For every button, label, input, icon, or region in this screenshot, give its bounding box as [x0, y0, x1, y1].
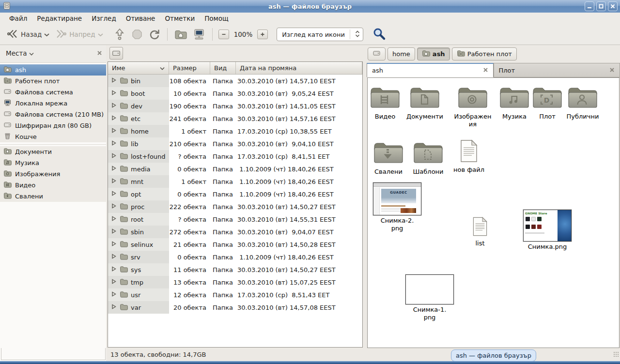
sidebar-item--[interactable]: Видео [0, 180, 106, 191]
menu-5[interactable]: Помощ [200, 13, 233, 24]
up-button[interactable] [111, 26, 128, 43]
back-button[interactable]: Назад [4, 27, 52, 43]
menu-0[interactable]: Файл [5, 13, 31, 24]
expander-icon[interactable] [111, 178, 117, 185]
column-header-2[interactable]: Вид [210, 62, 236, 74]
sidebar-item--[interactable]: Кошче [0, 131, 106, 142]
sidebar-item--210-mb-[interactable]: Файлова система (210 MB) [0, 109, 106, 120]
table-row-lib[interactable]: lib210 обектаПапка30.03.2010 (вт) 9,04,1… [108, 137, 362, 150]
column-header-1[interactable]: Размер [169, 62, 210, 74]
home-button[interactable] [171, 27, 190, 42]
menu-1[interactable]: Редактиране [32, 13, 86, 24]
tab-close-icon[interactable] [483, 67, 488, 74]
expander-icon[interactable] [111, 90, 117, 97]
expander-icon[interactable] [111, 102, 117, 110]
stop-button[interactable] [128, 27, 146, 42]
path-button--[interactable]: Работен плот [452, 47, 517, 61]
path-button-root[interactable] [368, 47, 386, 61]
expander-icon[interactable] [111, 203, 117, 211]
forward-dropdown-icon[interactable] [98, 31, 103, 38]
table-row-mnt[interactable]: mnt1 обектПапка 1.10.2009 (чт) 18,40,26 … [108, 175, 362, 188]
menu-4[interactable]: Отметки [160, 13, 199, 24]
icon-view[interactable]: ВидеоДокументиИзображенияМузикаDПлотПубл… [367, 77, 620, 348]
table-row-selinux[interactable]: selinux21 обектаПапка30.03.2010 (вт) 14,… [108, 238, 362, 251]
table-row-lost+found[interactable]: lost+found? обектаПапка17.03.2010 (ср) 8… [108, 150, 362, 163]
sidebar-item--[interactable]: Работен плот [0, 76, 106, 87]
table-row-dev[interactable]: dev190 обектаПапка30.03.2010 (вт) 14,51,… [108, 100, 362, 112]
icon-item-снимка-1.png[interactable]: Снимка-1.png [404, 274, 455, 321]
sidebar-item--80-gb-[interactable]: Шифриран дял (80 GB) [0, 120, 106, 131]
tab-плот[interactable]: Плот [494, 63, 620, 77]
icon-item-list[interactable]: list [455, 216, 505, 247]
reload-button[interactable] [146, 27, 163, 42]
back-dropdown-icon[interactable] [44, 31, 49, 38]
table-row-root[interactable]: root? обектаПапка30.03.2010 (вт) 14,55,3… [108, 213, 362, 226]
icon-item-снимка.png[interactable]: GNOME StoreСнимка.png [522, 210, 573, 251]
expander-icon[interactable] [111, 115, 117, 122]
sidebar-item--[interactable]: Локална мрежа [0, 98, 106, 109]
expander-icon[interactable] [111, 140, 117, 148]
resize-grip[interactable] [613, 351, 619, 357]
computer-button[interactable] [190, 27, 208, 42]
view-mode-select[interactable]: Изглед като икони [277, 28, 363, 41]
sidebar-close-icon[interactable] [97, 50, 102, 57]
table-row-bin[interactable]: bin108 обектаПапка30.03.2010 (вт) 14,57,… [108, 75, 362, 87]
expander-icon[interactable] [111, 152, 117, 160]
tab-ash[interactable]: ash [367, 63, 494, 77]
expander-icon[interactable] [111, 253, 117, 261]
expander-icon[interactable] [111, 190, 117, 198]
table-row-etc[interactable]: etc241 обектаПапка30.03.2010 (вт) 14,57,… [108, 112, 362, 125]
sidebar-title[interactable]: Места [6, 49, 27, 57]
table-row-proc[interactable]: proc222 обектаПапка30.03.2010 (вт) 14,50… [108, 200, 362, 213]
table-row-media[interactable]: media0 обектаПапка 1.10.2009 (чт) 18,40,… [108, 163, 362, 175]
sidebar-item--[interactable]: Изображения [0, 168, 106, 180]
icon-item-публични[interactable]: Публични [558, 85, 608, 121]
expander-icon[interactable] [111, 291, 117, 299]
expander-icon[interactable] [111, 127, 117, 135]
zoom-out-button[interactable] [218, 30, 229, 39]
table-row-srv[interactable]: srv0 обектаПапка 1.10.2009 (чт) 18,40,26… [108, 251, 362, 263]
expander-icon[interactable] [111, 165, 117, 173]
expander-icon[interactable] [111, 77, 117, 85]
path-button-ash[interactable]: ash [417, 47, 450, 61]
table-row-home[interactable]: home1 обектПапка17.03.2010 (ср) 10,38,55… [108, 125, 362, 137]
icon-item-снимка-2.png[interactable]: GUADECСнимка-2.png [372, 182, 422, 232]
path-button-home[interactable]: home [388, 47, 415, 61]
icon-item-нов-файл[interactable]: нов файл [444, 139, 494, 174]
sidebar-item-ash[interactable]: ash [0, 64, 106, 76]
zoom-in-button[interactable] [257, 30, 268, 39]
icon-label-line: Изображен [454, 113, 491, 121]
table-row-boot[interactable]: boot10 обектаПапка30.03.2010 (вт) 9,05,2… [108, 87, 362, 100]
sidebar-item--[interactable]: Музика [0, 157, 106, 168]
minimize-button[interactable] [585, 1, 594, 11]
column-header-0[interactable]: Име [108, 62, 169, 74]
column-header-3[interactable]: Дата на промяна [236, 62, 362, 74]
expander-icon[interactable] [111, 303, 117, 311]
expander-icon[interactable] [111, 228, 117, 236]
search-button[interactable] [371, 26, 388, 44]
taskbar-button[interactable]: ash — файлов браузър [451, 349, 536, 362]
table-row-sbin[interactable]: sbin272 обектаПапка30.03.2010 (вт) 9,04,… [108, 226, 362, 238]
table-row-sys[interactable]: sys11 обектаПапка30.03.2010 (вт) 14,50,2… [108, 263, 362, 276]
sidebar-item--[interactable]: Свалени [0, 191, 106, 202]
sidebar-item--[interactable]: Документи [0, 146, 106, 157]
forward-button[interactable]: Напред [52, 27, 106, 43]
root-location-button[interactable] [109, 47, 123, 60]
table-row-tmp[interactable]: tmp13 обектаПапка30.03.2010 (вт) 15,07,2… [108, 276, 362, 288]
menu-2[interactable]: Изглед [87, 13, 121, 24]
sidebar-title-dropdown-icon[interactable] [29, 50, 34, 57]
table-row-usr[interactable]: usr12 обектаПапка17.03.2010 (ср) 8,51,43… [108, 288, 362, 301]
sidebar-item--[interactable]: Файлова система [0, 87, 106, 98]
maximize-button[interactable] [596, 1, 606, 11]
expander-icon[interactable] [111, 278, 117, 286]
expander-icon[interactable] [111, 266, 117, 273]
pane-splitter-right[interactable] [363, 45, 367, 361]
menu-3[interactable]: Отиване [122, 13, 160, 24]
tab-close-icon[interactable] [609, 67, 615, 74]
icon-item-документи[interactable]: Документи [400, 85, 450, 121]
table-row-opt[interactable]: opt0 обектаПапка 1.10.2009 (чт) 18,40,26… [108, 188, 362, 200]
expander-icon[interactable] [111, 241, 117, 248]
close-button[interactable] [608, 1, 618, 11]
table-row-var[interactable]: var20 обектаПапка30.03.2010 (вт) 14,57,0… [108, 301, 362, 314]
expander-icon[interactable] [111, 215, 117, 223]
